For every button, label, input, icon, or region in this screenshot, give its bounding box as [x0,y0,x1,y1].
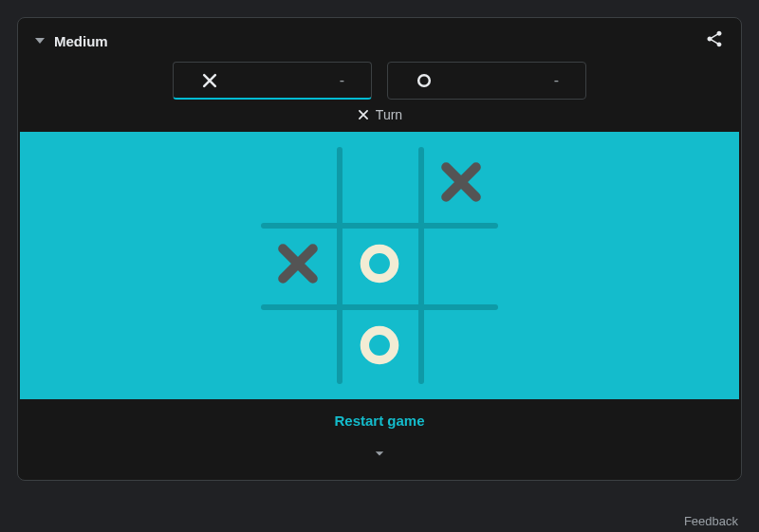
feedback-link[interactable]: Feedback [684,514,738,528]
cell-3[interactable] [257,225,339,306]
caret-down-icon [35,38,45,44]
cell-1[interactable] [339,143,420,225]
cell-7[interactable] [339,306,420,388]
score-o-value: - [554,72,559,89]
difficulty-label: Medium [54,33,108,49]
board-grid [257,143,502,388]
cell-8[interactable] [420,306,502,388]
cell-5[interactable] [420,225,502,306]
cell-2[interactable] [420,143,502,225]
cell-0[interactable] [257,143,339,225]
top-bar: Medium [18,18,741,58]
svg-point-2 [364,330,394,359]
svg-point-1 [364,248,394,278]
o-mark-icon [356,240,403,291]
score-x-value: - [340,72,344,89]
o-mark-icon [356,321,403,373]
score-o[interactable]: - [387,62,586,100]
board-area [20,132,739,399]
x-mark-icon [435,156,487,211]
difficulty-selector[interactable]: Medium [35,33,108,49]
turn-indicator: Turn [18,107,741,132]
svg-point-0 [418,75,430,86]
score-x[interactable]: - [173,62,372,100]
x-icon [200,71,219,90]
x-mark-icon [272,238,324,293]
game-card: Medium - - Turn [17,17,742,481]
chevron-down-icon [370,444,389,463]
cell-6[interactable] [257,306,339,388]
turn-x-icon [357,108,370,121]
cell-4[interactable] [339,225,420,306]
expand-button[interactable] [18,438,741,480]
restart-button[interactable]: Restart game [18,399,741,438]
restart-label: Restart game [334,413,424,429]
turn-label: Turn [376,107,402,122]
share-icon [705,29,724,48]
o-icon [415,71,434,90]
score-row: - - [18,58,741,107]
share-button[interactable] [705,29,724,52]
